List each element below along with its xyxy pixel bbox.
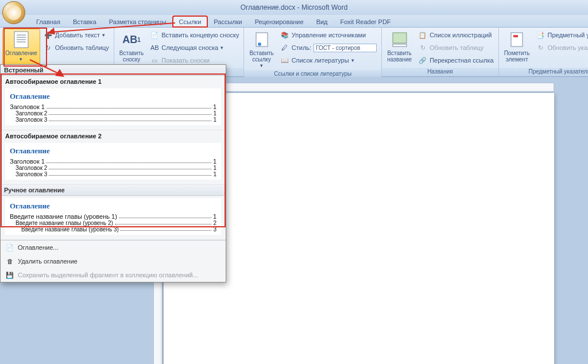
svg-line-11 bbox=[51, 23, 175, 32]
next-footnote-label: Следующая сноска bbox=[161, 44, 218, 51]
update-figures-button[interactable]: ↻Обновить таблицу bbox=[416, 41, 496, 54]
toc-row: Заголовок 31 bbox=[10, 117, 216, 123]
toc-entry-label: Заголовок 3 bbox=[16, 117, 47, 123]
tab-view[interactable]: Вид bbox=[310, 16, 334, 27]
gallery-item-auto2[interactable]: Автособираемое оглавление 2 Оглавление З… bbox=[1, 130, 226, 185]
annotation-arrow-1 bbox=[46, 20, 178, 37]
cross-reference-button[interactable]: 🔗Перекрестная ссылка bbox=[416, 54, 496, 67]
toc-row: Заголовок 21 bbox=[10, 110, 216, 117]
style-icon: 🖊 bbox=[280, 43, 289, 52]
chevron-down-icon: ▾ bbox=[260, 63, 263, 68]
figures-list-button[interactable]: 📋Список иллюстраций bbox=[416, 29, 496, 41]
title-bar: Оглавление.docx - Microsoft Word bbox=[0, 0, 588, 15]
tab-review[interactable]: Рецензирование bbox=[249, 16, 310, 27]
toc-dialog-button[interactable]: 📄Оглавление... bbox=[1, 241, 226, 254]
toc-dialog-label: Оглавление... bbox=[18, 244, 59, 251]
group-citations-label: Ссылки и списки литературы bbox=[244, 70, 381, 77]
insert-citation-button[interactable]: Вставить ссылку▾ bbox=[246, 29, 276, 70]
index-icon: 📑 bbox=[536, 30, 545, 40]
toc-page-number: 1 bbox=[213, 171, 216, 177]
manage-sources-button[interactable]: 📚Управление источниками bbox=[278, 29, 379, 41]
toc-entry-label: Введите название главы (уровень 1) bbox=[10, 213, 117, 220]
chevron-down-icon: ▾ bbox=[20, 56, 22, 62]
svg-line-13 bbox=[30, 60, 61, 75]
window-title: Оглавление.docx - Microsoft Word bbox=[241, 3, 348, 11]
annotation-arrow-2 bbox=[26, 57, 72, 80]
toc-row: Введите название главы (уровень 1)1 bbox=[10, 213, 216, 220]
svg-rect-10 bbox=[513, 35, 518, 37]
citation-icon bbox=[253, 30, 271, 49]
bibliography-button[interactable]: 📖Список литературы▾ bbox=[278, 54, 379, 67]
toc-dots bbox=[115, 220, 212, 224]
toc-entry-label: Заголовок 3 bbox=[16, 171, 47, 177]
update-toc-label: Обновить таблицу bbox=[55, 44, 109, 51]
chevron-down-icon: ▾ bbox=[220, 45, 223, 51]
toc-entry-label: Заголовок 1 bbox=[10, 158, 45, 165]
insert-footnote-label: Вставить сноску bbox=[119, 50, 144, 63]
toc-entry-label: Заголовок 1 bbox=[10, 103, 45, 110]
remove-toc-label: Удалить оглавление bbox=[18, 258, 78, 265]
style-value[interactable]: ГОСТ - сортиров bbox=[314, 44, 377, 52]
toc-row: Заголовок 31 bbox=[10, 171, 216, 177]
group-index: Пометить элемент 📑Предметный указатель ↻… bbox=[499, 28, 588, 76]
gallery-header-manual: Ручное оглавление bbox=[1, 185, 226, 196]
gallery-item-auto1[interactable]: Автособираемое оглавление 1 Оглавление З… bbox=[1, 76, 226, 130]
insert-index-label: Предметный указатель bbox=[547, 32, 588, 38]
update-index-button[interactable]: ↻Обновить указатель bbox=[533, 41, 588, 54]
svg-rect-5 bbox=[256, 33, 268, 47]
toc-page-number: 1 bbox=[213, 165, 216, 171]
toc-row: Заголовок 11 bbox=[10, 158, 216, 165]
office-logo-icon bbox=[6, 5, 21, 20]
chevron-down-icon: ▾ bbox=[351, 57, 354, 63]
tab-foxit[interactable]: Foxit Reader PDF bbox=[334, 16, 397, 27]
group-citations: Вставить ссылку▾ 📚Управление источниками… bbox=[244, 28, 382, 76]
insert-caption-button[interactable]: Вставить название bbox=[384, 29, 415, 68]
toc-row: Заголовок 11 bbox=[10, 103, 216, 110]
toc-entry-label: Введите название главы (уровень 2) bbox=[16, 220, 113, 226]
style-dropdown[interactable]: 🖊Стиль: ГОСТ - сортиров bbox=[278, 41, 379, 54]
svg-rect-8 bbox=[393, 44, 407, 47]
update-index-label: Обновить указатель bbox=[547, 44, 588, 51]
show-icon: ▭ bbox=[150, 56, 159, 65]
group-captions-label: Названия bbox=[382, 68, 498, 76]
toc-title: Оглавление bbox=[10, 146, 216, 156]
mark-entry-label: Пометить элемент bbox=[504, 50, 530, 63]
toc-page-number: 1 bbox=[213, 103, 216, 110]
figures-list-label: Список иллюстраций bbox=[430, 32, 492, 38]
toc-entry-label: Заголовок 2 bbox=[16, 110, 47, 117]
toc-page-number: 1 bbox=[213, 110, 216, 117]
next-icon: AB bbox=[150, 43, 159, 52]
group-captions: Вставить название 📋Список иллюстраций ↻О… bbox=[382, 28, 499, 76]
gallery-preview: Оглавление Заголовок 11Заголовок 21Загол… bbox=[5, 88, 221, 125]
toc-dots bbox=[49, 165, 211, 169]
gallery-preview: Оглавление Заголовок 11Заголовок 21Загол… bbox=[5, 143, 221, 180]
style-label: Стиль: bbox=[292, 44, 311, 51]
office-button[interactable] bbox=[2, 1, 25, 24]
toc-dots bbox=[49, 117, 211, 121]
toc-page-number: 3 bbox=[213, 226, 216, 233]
refresh-icon: ↻ bbox=[44, 43, 53, 52]
save-toc-button: 💾Сохранить выделенный фрагмент в коллекц… bbox=[1, 268, 226, 282]
bibliography-label: Список литературы bbox=[292, 57, 349, 64]
toc-dots bbox=[119, 213, 211, 218]
mark-entry-button[interactable]: Пометить элемент bbox=[501, 29, 533, 68]
save-toc-label: Сохранить выделенный фрагмент в коллекци… bbox=[18, 272, 198, 278]
toc-row: Введите название главы (уровень 3)3 bbox=[10, 226, 216, 233]
refresh-icon: ↻ bbox=[418, 43, 427, 52]
gallery-item-title: Автособираемое оглавление 2 bbox=[5, 133, 221, 140]
toc-dots bbox=[49, 110, 211, 115]
manage-sources-label: Управление источниками bbox=[292, 32, 366, 38]
gallery-item-manual[interactable]: Оглавление Введите название главы (урове… bbox=[1, 196, 226, 240]
gallery-preview: Оглавление Введите название главы (урове… bbox=[5, 198, 221, 235]
tab-mailings[interactable]: Рассылки bbox=[207, 16, 248, 27]
caption-icon bbox=[390, 30, 409, 49]
remove-toc-button[interactable]: 🗑Удалить оглавление bbox=[1, 254, 226, 268]
toc-icon: 📄 bbox=[5, 243, 14, 252]
next-footnote-button[interactable]: ABСледующая сноска▾ bbox=[148, 41, 241, 54]
group-index-label: Предметный указатель bbox=[499, 68, 588, 76]
insert-caption-label: Вставить название bbox=[387, 50, 412, 63]
svg-rect-9 bbox=[511, 33, 523, 47]
insert-index-button[interactable]: 📑Предметный указатель bbox=[533, 29, 588, 41]
toc-page-number: 1 bbox=[213, 117, 216, 123]
update-toc-button[interactable]: ↻Обновить таблицу bbox=[41, 41, 111, 54]
